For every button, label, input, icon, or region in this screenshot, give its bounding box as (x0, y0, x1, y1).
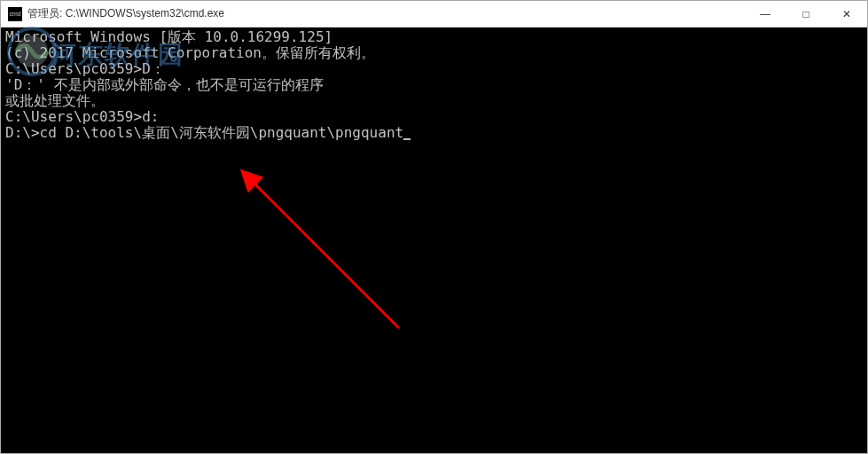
terminal-line: C:\Users\pc0359>d: (5, 109, 863, 125)
minimize-button[interactable]: — (745, 1, 786, 27)
terminal-line: (c) 2017 Microsoft Corporation。保留所有权利。 (5, 45, 863, 61)
terminal-line: D:\>cd D:\tools\桌面\河东软件园\pngquant\pngqua… (5, 125, 863, 141)
cmd-window: cmd 管理员: C:\WINDOWS\system32\cmd.exe — □… (0, 0, 868, 454)
terminal-line: 或批处理文件。 (5, 93, 863, 109)
titlebar[interactable]: cmd 管理员: C:\WINDOWS\system32\cmd.exe — □… (1, 1, 867, 27)
window-title: 管理员: C:\WINDOWS\system32\cmd.exe (27, 6, 745, 21)
terminal-line: Microsoft Windows [版本 10.0.16299.125] (5, 29, 863, 45)
cursor (403, 138, 411, 140)
window-controls: — □ ✕ (745, 1, 867, 27)
cmd-icon: cmd (8, 7, 22, 21)
terminal-line: C:\Users\pc0359>D： (5, 61, 863, 77)
terminal-area[interactable]: Microsoft Windows [版本 10.0.16299.125] (c… (1, 27, 867, 453)
terminal-line: 'D：' 不是内部或外部命令，也不是可运行的程序 (5, 77, 863, 93)
close-button[interactable]: ✕ (826, 1, 867, 27)
maximize-button[interactable]: □ (786, 1, 826, 27)
